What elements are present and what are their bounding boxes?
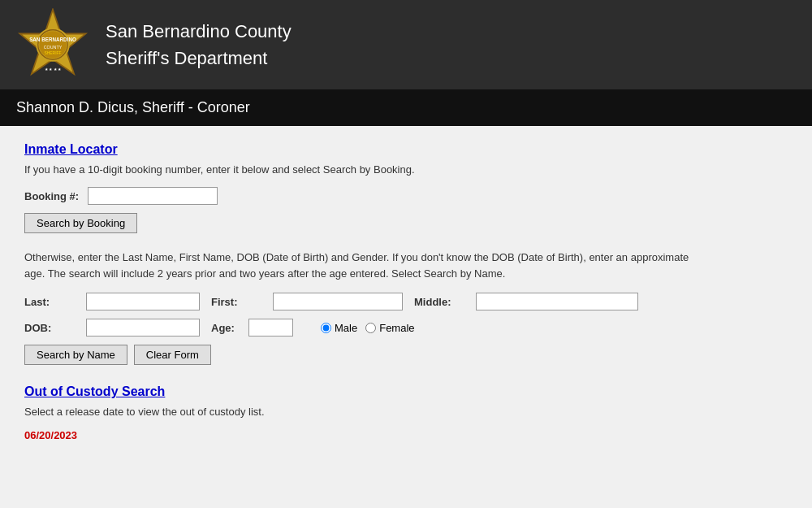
search-booking-row: Search by Booking xyxy=(24,213,706,233)
dob-input[interactable] xyxy=(86,319,200,336)
female-label: Female xyxy=(379,322,414,334)
last-input[interactable] xyxy=(86,293,200,310)
age-field-group: Age: xyxy=(211,319,293,336)
clear-form-button[interactable]: Clear Form xyxy=(134,345,211,365)
name-buttons-row: Search by Name Clear Form xyxy=(24,345,706,365)
main-content: Inmate Locator If you have a 10-digit bo… xyxy=(0,126,731,458)
booking-label: Booking #: xyxy=(24,190,81,202)
last-first-middle-row: Last: First: Middle: xyxy=(24,293,706,310)
out-of-custody-title[interactable]: Out of Custody Search xyxy=(24,384,706,399)
middle-label: Middle: xyxy=(414,296,471,308)
out-of-custody-section: Out of Custody Search Select a release d… xyxy=(24,384,706,441)
last-label: Last: xyxy=(24,296,81,308)
male-radio[interactable] xyxy=(321,323,331,333)
search-by-name-button[interactable]: Search by Name xyxy=(24,345,127,365)
middle-field-group: Middle: xyxy=(414,293,638,310)
first-label: First: xyxy=(211,296,268,308)
middle-input[interactable] xyxy=(476,293,638,310)
name-instruction: Otherwise, enter the Last Name, First Na… xyxy=(24,250,706,281)
inmate-locator-title[interactable]: Inmate Locator xyxy=(24,142,706,157)
booking-input[interactable] xyxy=(88,187,218,205)
first-field-group: First: xyxy=(211,293,403,310)
female-option[interactable]: Female xyxy=(365,322,414,334)
dob-label: DOB: xyxy=(24,322,81,334)
female-radio[interactable] xyxy=(365,323,376,333)
male-label: Male xyxy=(335,322,357,334)
male-option[interactable]: Male xyxy=(321,322,357,334)
oc-instruction: Select a release date to view the out of… xyxy=(24,406,706,418)
sheriff-banner: Shannon D. Dicus, Sheriff - Coroner xyxy=(0,89,812,126)
search-by-booking-button[interactable]: Search by Booking xyxy=(24,213,137,233)
sheriff-badge: SAN BERNARDINO COUNTY SHERIFF ★ ★ ★ ★ xyxy=(16,8,89,81)
booking-row: Booking #: xyxy=(24,187,706,205)
last-field-group: Last: xyxy=(24,293,200,310)
age-label: Age: xyxy=(211,322,244,334)
page-header: SAN BERNARDINO COUNTY SHERIFF ★ ★ ★ ★ Sa… xyxy=(0,0,812,89)
release-date[interactable]: 06/20/2023 xyxy=(24,429,706,441)
age-input[interactable] xyxy=(248,319,293,336)
department-title: San Bernardino County Sheriff's Departme… xyxy=(106,18,292,72)
dob-field-group: DOB: xyxy=(24,319,200,336)
svg-text:SAN BERNARDINO: SAN BERNARDINO xyxy=(29,37,76,42)
svg-text:SHERIFF: SHERIFF xyxy=(44,51,61,55)
gender-group: Male Female xyxy=(321,322,415,334)
booking-instruction: If you have a 10-digit booking number, e… xyxy=(24,163,706,176)
first-input[interactable] xyxy=(273,293,403,310)
svg-text:COUNTY: COUNTY xyxy=(44,45,63,50)
dob-age-gender-row: DOB: Age: Male Female xyxy=(24,319,706,336)
svg-text:★ ★ ★ ★: ★ ★ ★ ★ xyxy=(45,67,62,72)
